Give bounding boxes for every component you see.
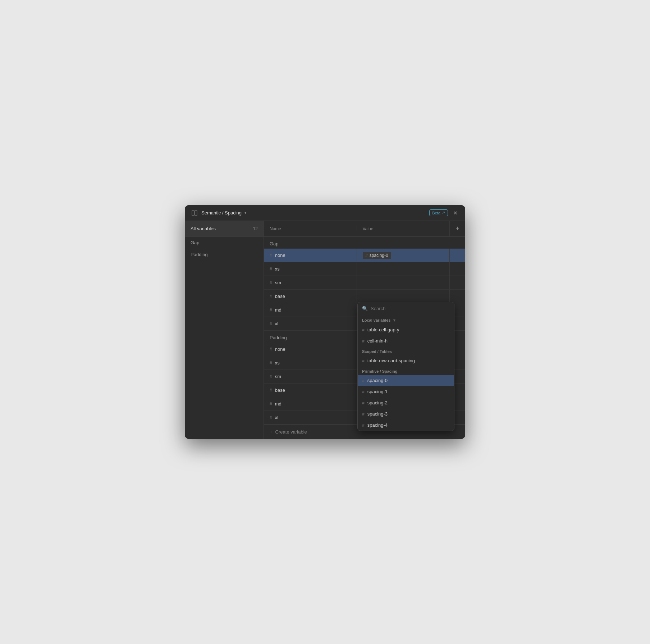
row-action-cell: [449, 276, 465, 289]
row-name-text: md: [275, 401, 281, 407]
dropdown-item-text: spacing-4: [367, 422, 388, 428]
hash-icon: #: [270, 253, 272, 258]
dropdown-item[interactable]: # table-row-card-spacing: [358, 355, 454, 366]
table-row[interactable]: # xs: [264, 262, 465, 276]
title-chevron-icon[interactable]: ▾: [244, 210, 247, 215]
close-button[interactable]: ✕: [452, 209, 459, 217]
row-name-text: sm: [275, 280, 281, 285]
row-action-cell: [449, 249, 465, 262]
row-name-text: xs: [275, 360, 280, 366]
dropdown-item-text: spacing-0: [367, 378, 388, 383]
hash-icon: #: [362, 389, 365, 394]
hash-icon: #: [270, 388, 272, 393]
hash-icon: #: [270, 280, 272, 285]
dropdown-item[interactable]: # spacing-4: [358, 419, 454, 431]
table-row[interactable]: # base: [264, 290, 465, 303]
row-value-cell[interactable]: [357, 290, 450, 303]
row-name-text: base: [275, 387, 285, 393]
row-name-text: base: [275, 294, 285, 299]
variable-picker-dropdown: 🔍 Local variables ▾ # table-cell-gap-y #…: [357, 302, 454, 431]
hash-icon: #: [270, 415, 272, 420]
dropdown-item-text: cell-min-h: [367, 338, 388, 344]
hash-icon: #: [362, 423, 365, 428]
plus-icon: +: [270, 429, 273, 435]
dropdown-item-text: table-row-card-spacing: [367, 358, 415, 363]
primitive-section-label: Primitive / Spacing: [358, 366, 454, 375]
row-name-text: none: [275, 346, 285, 352]
row-name-cell: # xl: [264, 411, 357, 424]
dropdown-item[interactable]: # table-cell-gap-y: [358, 324, 454, 335]
svg-rect-1: [195, 210, 197, 216]
row-name-cell: # xs: [264, 262, 357, 276]
dropdown-item[interactable]: # spacing-3: [358, 408, 454, 419]
hash-icon: #: [362, 412, 365, 417]
variables-count: 12: [253, 226, 258, 231]
search-icon: 🔍: [362, 306, 368, 311]
dropdown-item[interactable]: # spacing-1: [358, 386, 454, 397]
hash-icon: #: [362, 339, 365, 344]
table-row[interactable]: # none # spacing-0: [264, 249, 465, 262]
hash-icon: #: [270, 308, 272, 313]
sidebar-item-gap[interactable]: Gap: [185, 237, 264, 249]
dropdown-item-active[interactable]: # spacing-0: [358, 375, 454, 386]
main-window: Semantic / Spacing ▾ Beta ↗ ✕ All variab…: [185, 205, 465, 439]
sidebar-header: All variables 12: [185, 221, 264, 237]
content-area: Name Value + Gap # none: [264, 221, 465, 439]
hash-icon: #: [362, 358, 365, 363]
row-name-cell: # xl: [264, 317, 357, 330]
search-input[interactable]: [371, 306, 450, 311]
name-column-header: Name: [264, 226, 357, 231]
dropdown-item-text: spacing-1: [367, 389, 388, 394]
row-name-cell: # none: [264, 343, 357, 356]
row-name-cell: # sm: [264, 370, 357, 383]
row-name-text: xl: [275, 415, 278, 420]
row-name-cell: # base: [264, 290, 357, 303]
all-variables-label: All variables: [191, 226, 216, 231]
row-name-cell: # base: [264, 384, 357, 397]
dropdown-item-text: spacing-2: [367, 400, 388, 405]
row-value-cell[interactable]: # spacing-0: [357, 249, 450, 262]
dropdown-item[interactable]: # spacing-2: [358, 397, 454, 408]
row-name-text: xl: [275, 321, 278, 326]
local-variables-chevron: ▾: [393, 318, 395, 322]
hash-icon: #: [362, 400, 365, 405]
row-name-text: sm: [275, 374, 281, 379]
row-name-cell: # md: [264, 397, 357, 411]
sidebar: All variables 12 Gap Padding: [185, 221, 264, 439]
add-variable-button[interactable]: +: [449, 221, 465, 236]
local-variables-section-label: Local variables ▾: [358, 315, 454, 324]
hash-icon: #: [270, 267, 272, 272]
layout-icon[interactable]: [191, 209, 198, 217]
hash-icon: #: [270, 347, 272, 352]
titlebar-right: Beta ↗ ✕: [429, 209, 459, 217]
dropdown-search-bar: 🔍: [358, 302, 454, 315]
titlebar: Semantic / Spacing ▾ Beta ↗ ✕: [185, 205, 465, 221]
hash-icon: #: [270, 402, 272, 407]
table-header: Name Value +: [264, 221, 465, 237]
beta-badge: Beta ↗: [429, 209, 448, 216]
gap-section-header: Gap: [264, 237, 465, 249]
hash-icon: #: [270, 294, 272, 299]
row-action-cell: [449, 262, 465, 276]
row-name-text: none: [275, 253, 285, 258]
row-value-cell[interactable]: [357, 276, 450, 289]
row-action-cell: [449, 290, 465, 303]
row-name-text: xs: [275, 266, 280, 272]
dropdown-item-text: spacing-3: [367, 411, 388, 417]
value-column-header: Value: [357, 226, 450, 231]
hash-icon: #: [270, 374, 272, 379]
svg-rect-0: [192, 210, 194, 216]
titlebar-left: Semantic / Spacing ▾: [191, 209, 247, 217]
window-title: Semantic / Spacing: [201, 210, 242, 216]
row-name-text: md: [275, 307, 281, 313]
row-name-cell: # md: [264, 303, 357, 317]
dropdown-item[interactable]: # cell-min-h: [358, 335, 454, 346]
row-name-cell: # sm: [264, 276, 357, 289]
row-name-cell: # none: [264, 249, 357, 262]
table-row[interactable]: # sm: [264, 276, 465, 290]
hash-icon: #: [362, 327, 365, 332]
hash-icon: #: [362, 378, 365, 383]
row-value-cell[interactable]: [357, 262, 450, 276]
sidebar-item-padding[interactable]: Padding: [185, 249, 264, 260]
value-badge: # spacing-0: [363, 252, 391, 259]
